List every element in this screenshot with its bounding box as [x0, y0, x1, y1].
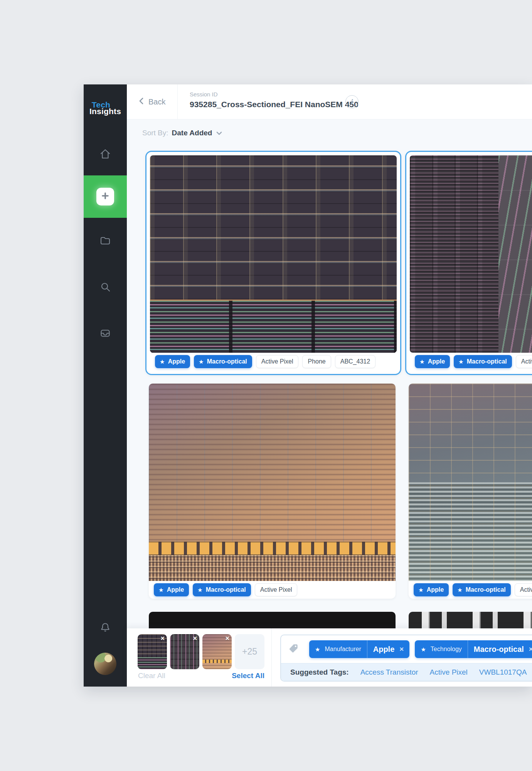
tag-pill[interactable]: Active Pixel — [516, 355, 532, 368]
tag-pill-starred[interactable]: ★Macro-optical — [193, 583, 251, 596]
suggested-tag-link[interactable]: Active Pixel — [430, 668, 468, 677]
micrograph-detail — [409, 482, 532, 581]
user-avatar[interactable] — [94, 653, 116, 675]
star-icon: ★ — [198, 588, 202, 593]
sort-by-value[interactable]: Date Added — [172, 129, 212, 137]
micrograph-image-2[interactable] — [410, 155, 532, 353]
add-tile — [96, 188, 114, 205]
header: Back Session ID 935285_Cross-Sectioned_F… — [127, 84, 532, 120]
image-card-3[interactable]: ★Apple ★Macro-optical Active Pixel — [149, 384, 396, 599]
remove-tag-icon[interactable]: × — [529, 645, 532, 653]
selected-thumbnail-2[interactable]: × — [170, 634, 199, 669]
inbox-icon — [99, 327, 111, 340]
selected-thumbnails: × × × +25 — [138, 634, 264, 669]
micrograph-detail — [149, 542, 396, 556]
image-card-1[interactable]: ★Apple ★Macro-optical Active Pixel Phone… — [145, 151, 401, 375]
tag-label: Apple — [168, 358, 185, 365]
remove-thumbnail-icon[interactable]: × — [193, 635, 197, 643]
chevron-left-icon — [139, 98, 143, 106]
tag-pill-starred[interactable]: ★Apple — [414, 583, 449, 596]
tag-value: Apple — [373, 645, 395, 654]
star-icon: ★ — [199, 359, 204, 364]
micrograph-image-1[interactable] — [150, 155, 397, 353]
remove-tag-icon[interactable]: × — [399, 645, 404, 653]
star-icon: ★ — [315, 646, 320, 652]
tag-pill-starred[interactable]: ★Apple — [154, 583, 189, 596]
tag-pill[interactable]: ABC_4312 — [335, 355, 375, 368]
tag-pill[interactable]: Active Pixel — [515, 583, 532, 596]
star-icon: ★ — [421, 646, 426, 652]
tag-pill[interactable]: Active Pixel — [255, 583, 298, 596]
more-selected-count[interactable]: +25 — [235, 634, 264, 669]
tag-pill-starred[interactable]: ★Apple — [155, 355, 190, 368]
tag-label: Apple — [167, 586, 184, 593]
card-1-tags: ★Apple ★Macro-optical Active Pixel Phone… — [150, 353, 397, 370]
suggested-tags-row: Suggested Tags: Access Transistor Active… — [281, 663, 532, 681]
header-divider — [177, 84, 178, 119]
back-button[interactable]: Back — [139, 84, 165, 119]
clear-all-button[interactable]: Clear All — [138, 672, 165, 680]
applied-tag-pills: ★ Manufacturer Apple × ★ Technology Macr… — [309, 640, 532, 658]
suggested-tag-link[interactable]: Access Transistor — [360, 668, 418, 677]
session-id-value: 935285_Cross-Sectioned_FEI NanoSEM 450 — [190, 100, 359, 109]
star-icon: ★ — [159, 588, 163, 593]
app-window: Tech Insights — [84, 84, 532, 687]
back-label: Back — [148, 98, 165, 106]
selected-thumbnail-1[interactable]: × — [138, 634, 167, 669]
sidebar-item-add-active[interactable] — [84, 175, 127, 218]
tag-label: Active Pixel — [261, 358, 293, 365]
applied-tag-technology[interactable]: ★ Technology Macro-optical × — [415, 640, 532, 658]
tag-category: Manufacturer — [325, 646, 361, 653]
suggested-tag-link[interactable]: VWBL1017QA — [479, 668, 527, 677]
bottom-action-bar: × × × +25 Clear All Select All — [127, 628, 532, 687]
applied-tag-manufacturer[interactable]: ★ Manufacturer Apple × — [309, 640, 409, 658]
star-icon: ★ — [160, 359, 165, 364]
applied-tags-row: ★ Manufacturer Apple × ★ Technology Macr… — [281, 635, 532, 663]
sort-bar: Sort By: Date Added — [142, 129, 222, 137]
image-card-4[interactable]: ★Apple ★Macro-optical Active Pixel — [409, 384, 532, 599]
session-id-label: Session ID — [190, 91, 359, 98]
select-all-button[interactable]: Select All — [232, 672, 264, 680]
star-icon: ★ — [458, 588, 462, 593]
image-card-2[interactable]: ★Apple ★Macro-optical Active Pixel — [405, 151, 532, 375]
chevron-down-icon[interactable] — [215, 129, 222, 137]
tag-label: Phone — [308, 358, 325, 365]
sidebar-item-search[interactable] — [84, 276, 127, 299]
pill-divider — [367, 640, 367, 658]
brand-logo: Tech Insights — [84, 101, 127, 115]
info-glyph: i — [351, 98, 353, 106]
tag-label: Active Pixel — [260, 586, 292, 593]
sidebar-item-inbox[interactable] — [84, 322, 127, 345]
suggested-tags-label: Suggested Tags: — [290, 668, 349, 677]
micrograph-image-4[interactable] — [409, 384, 532, 581]
remove-thumbnail-icon[interactable]: × — [160, 635, 165, 643]
tag-pill-starred[interactable]: ★Apple — [415, 355, 450, 368]
tag-label: Apple — [428, 358, 445, 365]
micrograph-detail — [150, 300, 397, 353]
tag-label: Active Pixel — [520, 586, 532, 593]
star-icon: ★ — [419, 588, 423, 593]
tag-label: Macro-optical — [467, 358, 507, 365]
info-icon[interactable]: i — [345, 95, 359, 108]
tag-pill-starred[interactable]: ★Macro-optical — [454, 355, 512, 368]
folder-icon — [99, 235, 111, 248]
tag-label: Macro-optical — [207, 358, 247, 365]
sidebar-item-notifications[interactable] — [84, 617, 127, 640]
content-area: Sort By: Date Added ★Apple ★Macro-optica… — [127, 120, 532, 687]
selected-thumbnail-3[interactable]: × — [202, 634, 232, 669]
micrograph-detail — [149, 555, 396, 581]
tag-pill[interactable]: Phone — [302, 355, 331, 368]
tag-pill-starred[interactable]: ★Macro-optical — [453, 583, 511, 596]
sidebar-item-home[interactable] — [84, 143, 127, 166]
sort-by-label: Sort By: — [142, 129, 168, 137]
card-4-tags: ★Apple ★Macro-optical Active Pixel — [409, 581, 532, 599]
remove-thumbnail-icon[interactable]: × — [225, 635, 229, 643]
tag-label: Apple — [427, 586, 444, 593]
micrograph-image-3[interactable] — [149, 384, 396, 581]
star-icon: ★ — [459, 359, 463, 364]
sidebar: Tech Insights — [84, 84, 127, 687]
tag-pill[interactable]: Active Pixel — [256, 355, 299, 368]
sidebar-item-folders[interactable] — [84, 230, 127, 253]
micrograph-detail — [410, 155, 498, 353]
tag-pill-starred[interactable]: ★Macro-optical — [194, 355, 252, 368]
